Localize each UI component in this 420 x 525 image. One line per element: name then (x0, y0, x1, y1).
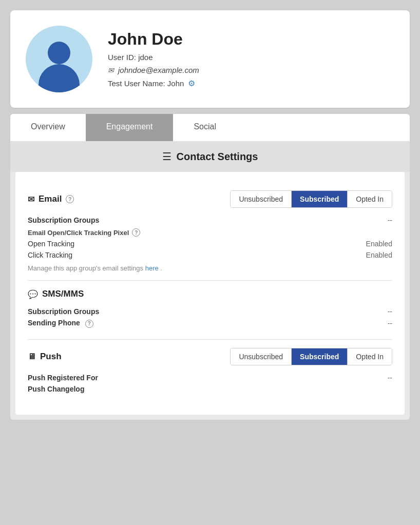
manage-link[interactable]: here (145, 264, 159, 272)
push-changelog-label: Push Changelog (28, 385, 84, 393)
sms-sending-phone-value: -- (388, 319, 392, 327)
channel-section-sms: 💬 SMS/MMS Subscription Groups -- Sending… (28, 281, 392, 340)
push-header-row: 🖥 Push Unsubscribed Subscribed Opted In (28, 348, 392, 365)
open-tracking-row: Open Tracking Enabled (28, 240, 392, 248)
tabs-bar: Overview Engagement Social (10, 114, 410, 141)
push-subscription-buttons: Unsubscribed Subscribed Opted In (230, 348, 392, 365)
email-tracking-section: Email Open/Click Tracking Pixel ? Open T… (28, 228, 392, 259)
email-subscription-groups-row: Subscription Groups -- (28, 216, 392, 224)
profile-info: John Doe User ID: jdoe ✉ johndoe@example… (108, 30, 199, 88)
push-optedin-btn[interactable]: Opted In (348, 348, 392, 365)
manage-text: Manage this app group's email settings (28, 264, 143, 272)
email-subscribed-btn[interactable]: Subscribed (292, 191, 348, 207)
avatar-head (48, 42, 70, 64)
push-channel-icon: 🖥 (28, 352, 36, 361)
profile-email-row: ✉ johndoe@example.com (108, 66, 199, 74)
sms-channel-icon: 💬 (28, 289, 38, 299)
email-icon: ✉ (108, 66, 114, 74)
click-tracking-label: Click Tracking (28, 251, 72, 259)
test-user-label: Test User Name: John (108, 79, 184, 88)
click-tracking-value: Enabled (366, 251, 392, 259)
click-tracking-row: Click Tracking Enabled (28, 251, 392, 259)
email-label: Email (39, 194, 62, 204)
avatar-body (39, 64, 80, 92)
contact-settings-icon: ☰ (162, 150, 171, 163)
channel-section-email: ✉ Email ? Unsubscribed Subscribed Opted … (28, 182, 392, 281)
manage-link-row: Manage this app group's email settings h… (28, 264, 392, 272)
gear-icon[interactable]: ⚙ (188, 79, 195, 88)
tab-social[interactable]: Social (173, 114, 237, 141)
profile-email: johndoe@example.com (118, 66, 199, 74)
sms-subscription-groups-value: -- (388, 307, 392, 316)
email-optedin-btn[interactable]: Opted In (348, 191, 392, 207)
sms-channel-title: 💬 SMS/MMS (28, 289, 84, 299)
tab-engagement[interactable]: Engagement (86, 114, 174, 141)
profile-name: John Doe (108, 30, 199, 49)
open-tracking-value: Enabled (366, 240, 392, 248)
profile-testuser: Test User Name: John ⚙ (108, 79, 199, 88)
page-container: John Doe User ID: jdoe ✉ johndoe@example… (10, 10, 410, 420)
profile-userid: User ID: jdoe (108, 53, 199, 62)
email-channel-title: ✉ Email ? (28, 194, 74, 204)
open-tracking-label: Open Tracking (28, 240, 74, 248)
email-channel-icon: ✉ (28, 195, 34, 204)
profile-card: John Doe User ID: jdoe ✉ johndoe@example… (10, 10, 410, 108)
email-subscription-groups-label: Subscription Groups (28, 216, 99, 224)
push-label: Push (40, 352, 62, 362)
push-registered-row: Push Registered For -- (28, 374, 392, 382)
tracking-help-icon[interactable]: ? (132, 228, 140, 237)
inner-panel: ✉ Email ? Unsubscribed Subscribed Opted … (15, 172, 405, 415)
avatar (26, 26, 92, 92)
tab-overview[interactable]: Overview (10, 114, 86, 141)
push-channel-title: 🖥 Push (28, 352, 62, 362)
tracking-header: Email Open/Click Tracking Pixel ? (28, 228, 392, 237)
push-unsubscribed-btn[interactable]: Unsubscribed (231, 348, 292, 365)
email-help-icon[interactable]: ? (66, 195, 74, 203)
contact-settings-header: ☰ Contact Settings (10, 141, 410, 172)
push-registered-label: Push Registered For (28, 374, 98, 382)
push-changelog-row: Push Changelog (28, 385, 392, 393)
email-subscription-groups-value: -- (388, 216, 392, 224)
sms-subscription-groups-row: Subscription Groups -- (28, 307, 392, 316)
tracking-header-label: Email Open/Click Tracking Pixel (28, 229, 129, 237)
manage-after: . (160, 264, 162, 272)
content-area: ☰ Contact Settings ✉ Email ? Unsubscribe… (10, 141, 410, 420)
channel-section-push: 🖥 Push Unsubscribed Subscribed Opted In … (28, 340, 392, 404)
sms-subscription-groups-label: Subscription Groups (28, 307, 99, 316)
sms-label: SMS/MMS (42, 289, 84, 299)
contact-settings-title: Contact Settings (177, 151, 258, 163)
sms-sending-phone-row: Sending Phone ? -- (28, 319, 392, 328)
sending-phone-help-icon[interactable]: ? (85, 320, 93, 328)
email-header-row: ✉ Email ? Unsubscribed Subscribed Opted … (28, 190, 392, 208)
email-subscription-buttons: Unsubscribed Subscribed Opted In (230, 190, 392, 208)
sms-header-row: 💬 SMS/MMS (28, 289, 392, 299)
sms-sending-phone-label: Sending Phone ? (28, 319, 93, 328)
email-unsubscribed-btn[interactable]: Unsubscribed (231, 191, 292, 207)
push-registered-value: -- (388, 374, 392, 382)
push-subscribed-btn[interactable]: Subscribed (292, 348, 348, 365)
